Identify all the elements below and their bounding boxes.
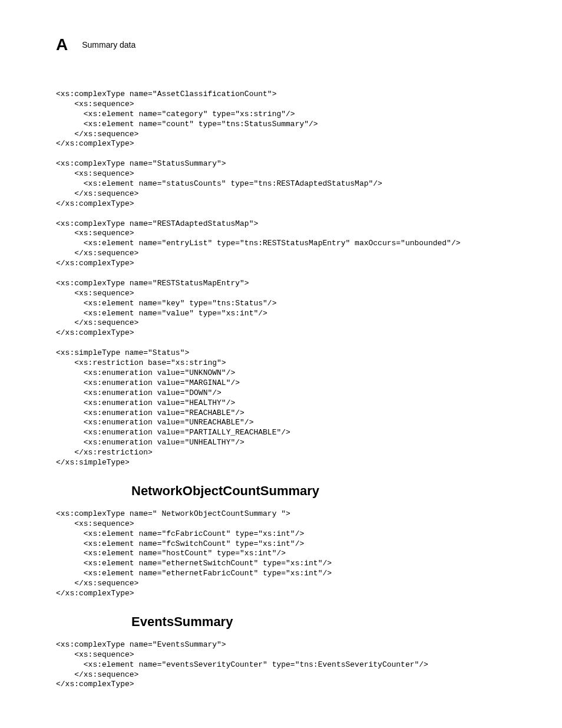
heading-network-object-count-summary: NetworkObjectCountSummary: [131, 483, 506, 499]
page-header: A Summary data: [56, 35, 506, 54]
code-block-network-object-count-summary: <xs:complexType name=" NetworkObjectCoun…: [56, 509, 506, 599]
header-title: Summary data: [82, 40, 135, 50]
code-block-events-summary: <xs:complexType name="EventsSummary"> <x…: [56, 640, 506, 690]
appendix-letter: A: [56, 35, 68, 54]
code-block-asset-status: <xs:complexType name="AssetClassificatio…: [56, 90, 506, 468]
page-content: A Summary data <xs:complexType name="Ass…: [0, 0, 562, 728]
heading-events-summary: EventsSummary: [131, 614, 506, 630]
